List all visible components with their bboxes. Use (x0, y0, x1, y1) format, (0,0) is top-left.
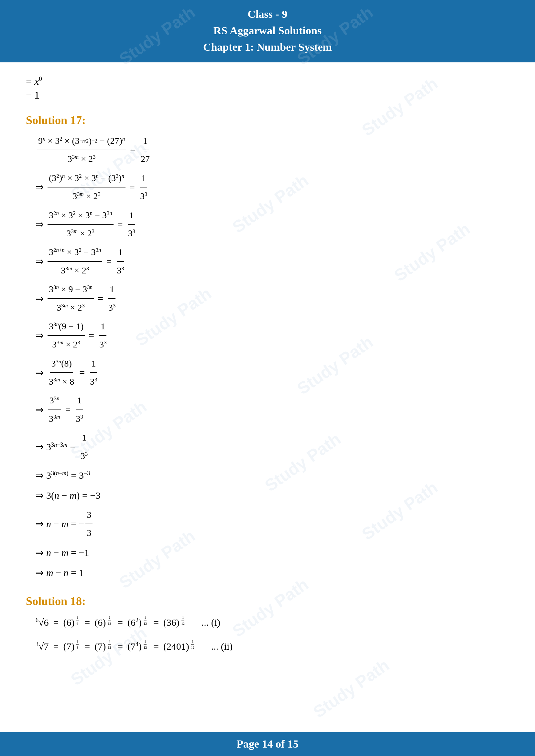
solution-18-math: 6√6 = (6)16 = (6)212 = (62)112 = (36)112… (36, 614, 509, 655)
sol17-line-11: ⇒ 3(n − m) = −3 (36, 487, 509, 504)
eq-x0: = x0 (26, 75, 509, 87)
solution-17-section: Solution 17: 9n × 32 × (3−n/2)−2 − (27)n… (26, 114, 509, 581)
sol17-line-1: 9n × 32 × (3−n/2)−2 − (27)n 33m × 23 = 1… (36, 133, 509, 167)
sol17-line-7: ⇒ 33n(8) 33m × 8 = 1 33 (36, 356, 509, 390)
page-number: Page 14 of 15 (237, 738, 298, 750)
sol18-line-1: 6√6 = (6)16 = (6)212 = (62)112 = (36)112… (36, 614, 509, 631)
sol17-line-12: ⇒ n − m = − 3 3 (36, 507, 509, 541)
sol18-line-2: 3√7 = (7)13 = (7)412 = (74)112 = (2401)1… (36, 638, 509, 655)
sol17-line-10: ⇒ 33(n−m) = 3−3 (36, 467, 509, 484)
header-line1: Class - 9 (7, 6, 528, 22)
sol17-line-6: ⇒ 33n(9 − 1) 33m × 23 = 1 33 (36, 318, 509, 353)
initial-equations: = x0 = 1 (26, 75, 509, 101)
solution-17-math: 9n × 32 × (3−n/2)−2 − (27)n 33m × 23 = 1… (36, 133, 509, 581)
header-line2: RS Aggarwal Solutions (7, 22, 528, 39)
frac-1: 9n × 32 × (3−n/2)−2 − (27)n 33m × 23 (37, 133, 126, 167)
sol17-line-8: ⇒ 33n 33m = 1 33 (36, 392, 509, 427)
page-header: Class - 9 RS Aggarwal Solutions Chapter … (0, 0, 535, 62)
solution-18-section: Solution 18: 6√6 = (6)16 = (6)212 = (62)… (26, 594, 509, 655)
eq-one: = 1 (26, 89, 509, 101)
page-footer: Page 14 of 15 (0, 732, 535, 756)
sol17-line-14: ⇒ m − n = 1 (36, 564, 509, 581)
page-content: = x0 = 1 Solution 17: 9n × 32 × (3−n/2)−… (0, 62, 535, 693)
sol17-line-13: ⇒ n − m = −1 (36, 544, 509, 561)
solution-17-header: Solution 17: (26, 114, 509, 127)
header-line3: Chapter 1: Number System (7, 39, 528, 55)
solution-18-header: Solution 18: (26, 594, 509, 608)
sol17-line-5: ⇒ 33n × 9 − 33n 33m × 23 = 1 33 (36, 281, 509, 316)
sol17-line-4: ⇒ 32n+n × 32 − 33n 33m × 23 = 1 33 (36, 244, 509, 279)
sol17-line-9: ⇒ 33n−3m = 1 33 (36, 430, 509, 464)
sol17-line-3: ⇒ 32n × 32 × 3n − 33n 33m × 23 = 1 33 (36, 207, 509, 242)
sol17-line-2: ⇒ (32)n × 32 × 3n − (33)n 33m × 23 = 1 3… (36, 170, 509, 204)
